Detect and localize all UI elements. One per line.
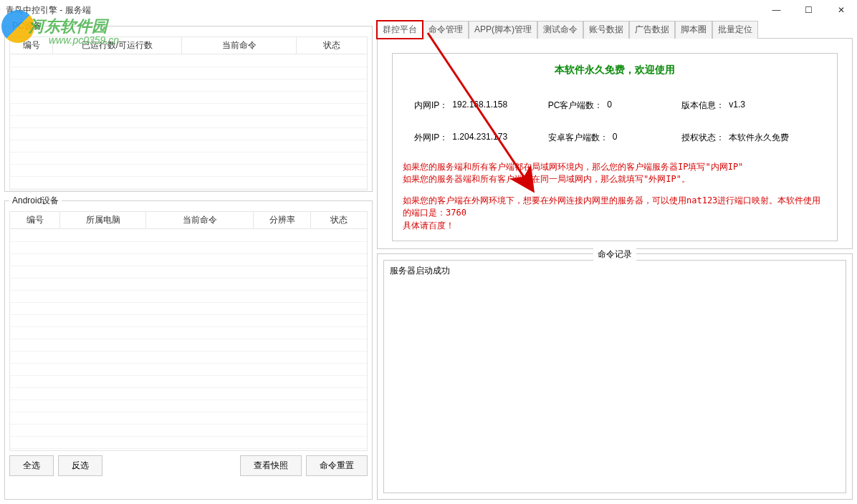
table-row[interactable] <box>10 152 367 164</box>
table-row[interactable] <box>10 314 367 326</box>
pc-devices-panel: PC设备 编号 已运行数/可运行数 当前命令 状态 <box>4 20 373 192</box>
table-row[interactable] <box>10 399 367 412</box>
table-row[interactable] <box>10 290 367 302</box>
table-row[interactable] <box>10 278 367 290</box>
table-row[interactable] <box>10 54 367 67</box>
pc-client-count-value: 0 <box>607 100 612 112</box>
table-row[interactable] <box>10 387 367 399</box>
table-row[interactable] <box>10 424 367 436</box>
close-button[interactable]: ✕ <box>825 0 857 20</box>
table-row[interactable] <box>10 127 367 140</box>
tab-platform[interactable]: 群控平台 <box>377 21 423 39</box>
table-row[interactable] <box>10 253 367 266</box>
tab-ad-data[interactable]: 广告数据 <box>629 21 675 39</box>
table-row[interactable] <box>10 67 367 79</box>
internet-ip-label: 外网IP： <box>414 132 448 144</box>
minimize-icon: — <box>772 5 781 15</box>
red-note-1: 如果您的服务端和所有客户端都在局域网环境内，那么您的客户端服务器IP填写"内网I… <box>401 150 828 188</box>
invert-select-button[interactable]: 反选 <box>58 455 102 476</box>
table-row[interactable] <box>10 241 367 253</box>
tab-account-data[interactable]: 账号数据 <box>583 21 629 39</box>
internet-ip-value: 1.204.231.173 <box>452 132 507 144</box>
reset-command-button[interactable]: 命令重置 <box>306 455 368 476</box>
table-row[interactable] <box>10 326 367 339</box>
platform-headline: 本软件永久免费，欢迎使用 <box>401 61 828 94</box>
android-client-count-value: 0 <box>613 132 618 144</box>
platform-panel: 本软件永久免费，欢迎使用 内网IP： 192.168.1.158 PC客户端数：… <box>377 38 853 249</box>
select-all-button[interactable]: 全选 <box>9 455 54 476</box>
table-row[interactable] <box>10 436 367 448</box>
table-row[interactable] <box>10 412 367 424</box>
pc-devices-title: PC设备 <box>9 20 44 32</box>
table-row[interactable] <box>10 375 367 387</box>
license-status-value: 本软件永久免费 <box>729 132 789 144</box>
red-note-2: 如果您的客户端在外网环境下，想要在外网连接内网里的服务器，可以使用nat123进… <box>401 188 828 233</box>
tab-command-manage[interactable]: 命令管理 <box>423 21 469 39</box>
android-client-count-label: 安卓客户端数： <box>548 132 608 144</box>
tab-app-script-manage[interactable]: APP(脚本)管理 <box>469 21 537 39</box>
pc-devices-table[interactable]: 编号 已运行数/可运行数 当前命令 状态 <box>9 37 368 54</box>
table-row[interactable] <box>10 363 367 375</box>
android-col-pc[interactable]: 所属电脑 <box>60 212 146 229</box>
table-row[interactable] <box>10 140 367 152</box>
table-row[interactable] <box>10 164 367 176</box>
table-row[interactable] <box>10 103 367 115</box>
tab-test-command[interactable]: 测试命令 <box>537 21 583 39</box>
android-col-res[interactable]: 分辨率 <box>254 212 311 229</box>
table-row[interactable] <box>10 79 367 91</box>
android-devices-table[interactable]: 编号 所属电脑 当前命令 分辨率 状态 <box>9 211 368 229</box>
table-row[interactable] <box>10 266 367 278</box>
android-col-status[interactable]: 状态 <box>311 212 368 229</box>
command-log-area[interactable]: 服务器启动成功 <box>383 260 846 493</box>
table-row[interactable] <box>10 115 367 127</box>
command-log-panel: 命令记录 服务器启动成功 <box>377 253 853 500</box>
close-icon: ✕ <box>838 5 845 15</box>
intranet-ip-value: 192.168.1.158 <box>452 100 507 112</box>
android-col-cmd[interactable]: 当前命令 <box>146 212 254 229</box>
command-log-title: 命令记录 <box>593 248 636 261</box>
table-row[interactable] <box>10 351 367 363</box>
tab-strip: 群控平台 命令管理 APP(脚本)管理 测试命令 账号数据 广告数据 脚本圈 批… <box>377 20 853 38</box>
window-title: 青鸟中控引擎 - 服务端 <box>6 4 91 16</box>
tab-batch-locate[interactable]: 批量定位 <box>712 21 758 39</box>
view-snapshot-button[interactable]: 查看快照 <box>240 455 302 476</box>
tab-script-circle[interactable]: 脚本圈 <box>675 21 712 39</box>
version-value: v1.3 <box>729 100 745 112</box>
title-bar: 青鸟中控引擎 - 服务端 — ☐ ✕ <box>0 0 857 20</box>
android-col-id[interactable]: 编号 <box>10 212 60 229</box>
pc-client-count-label: PC客户端数： <box>548 100 603 112</box>
table-row[interactable] <box>10 302 367 314</box>
pc-col-id[interactable]: 编号 <box>10 37 53 54</box>
pc-col-run[interactable]: 已运行数/可运行数 <box>53 37 182 54</box>
table-row[interactable] <box>10 229 367 241</box>
table-row[interactable] <box>10 339 367 351</box>
version-label: 版本信息： <box>681 100 724 112</box>
maximize-button[interactable]: ☐ <box>793 0 825 20</box>
android-devices-panel: Android设备 编号 所属电脑 当前命令 分辨率 状态 <box>4 195 373 500</box>
pc-col-status[interactable]: 状态 <box>297 37 368 54</box>
log-line: 服务器启动成功 <box>390 265 840 277</box>
table-row[interactable] <box>10 176 367 188</box>
pc-col-cmd[interactable]: 当前命令 <box>182 37 297 54</box>
maximize-icon: ☐ <box>805 5 813 15</box>
license-status-label: 授权状态： <box>681 132 724 144</box>
android-devices-title: Android设备 <box>9 195 62 207</box>
table-row[interactable] <box>10 91 367 103</box>
minimize-button[interactable]: — <box>760 0 793 20</box>
intranet-ip-label: 内网IP： <box>414 100 448 112</box>
